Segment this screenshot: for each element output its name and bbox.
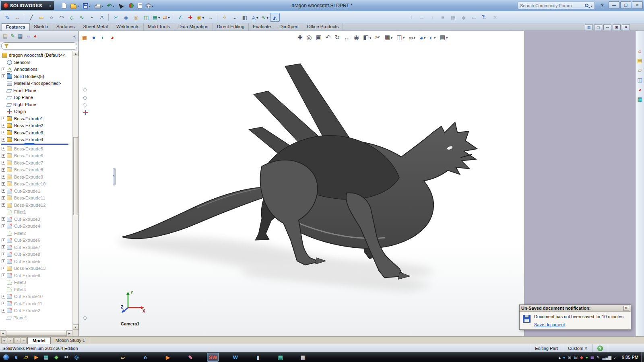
feature-tree-item[interactable]: Boss-Extrude8	[0, 167, 72, 174]
scrollbar-thumb[interactable]	[6, 331, 66, 336]
view-palette-icon[interactable]: ◫	[637, 77, 642, 83]
curves-icon[interactable]: ∿	[260, 13, 270, 22]
security-icon[interactable]: ◆	[53, 354, 60, 361]
tree-vertical-scrollbar[interactable]	[72, 51, 78, 330]
media-app[interactable]: ▶	[162, 353, 174, 362]
open-document-icon[interactable]	[69, 1, 80, 10]
rapid-sketch-icon[interactable]: →	[206, 13, 215, 22]
feature-tree-item[interactable]: Boss-Extrude3	[0, 129, 72, 136]
expand-icon[interactable]	[2, 253, 5, 256]
feature-tree-item[interactable]: Boss-Extrude12	[0, 202, 72, 209]
feature-tree-item[interactable]: Fillet1	[0, 209, 72, 216]
expand-icon[interactable]	[2, 189, 5, 193]
terminal-app[interactable]: ▮	[252, 353, 264, 362]
magnify-icon[interactable]: ◉	[353, 33, 360, 42]
image-editor-app[interactable]: ✎	[184, 353, 196, 362]
expand-icon[interactable]	[2, 239, 5, 242]
command-tab[interactable]: Evaluate	[249, 23, 275, 31]
spline-icon[interactable]: ∿	[77, 13, 87, 22]
texture-icon[interactable]: ▩	[80, 33, 89, 41]
expand-icon[interactable]	[2, 302, 5, 305]
appearances-scenes-icon[interactable]: ◕	[638, 86, 642, 93]
feature-tree-item[interactable]: Right Plane	[0, 101, 72, 108]
expand-icon[interactable]	[2, 182, 5, 186]
print-icon[interactable]	[93, 1, 105, 10]
internet-browser-app[interactable]: e	[139, 353, 151, 362]
taskbar-clock[interactable]: 9:05 PM	[622, 352, 638, 362]
expand-icon[interactable]	[2, 309, 5, 313]
feature-tree-item[interactable]: Boss-Extrude1	[0, 115, 72, 122]
linear-sketch-pattern-icon[interactable]: ▦	[151, 13, 161, 22]
expand-icon[interactable]	[2, 124, 5, 128]
volume-tray-icon[interactable]: ♪	[614, 355, 616, 360]
doc-close-button[interactable]: ✕	[622, 24, 630, 30]
section-properties-icon[interactable]: ◧	[240, 13, 250, 22]
help-icon[interactable]: ?	[599, 2, 605, 8]
expand-icon[interactable]	[2, 203, 5, 207]
section-view-icon[interactable]: ◧	[362, 33, 372, 42]
zoom-to-fit-icon[interactable]: ◎	[305, 33, 313, 42]
save-document-link[interactable]: Save document	[534, 322, 565, 327]
options-icon[interactable]	[144, 1, 155, 10]
dimxpertmanager-tab-icon[interactable]: ↔	[26, 33, 31, 39]
command-tab[interactable]: Sketch	[30, 23, 52, 31]
feature-tree-item[interactable]: Cut-Extrude8	[0, 251, 72, 258]
circle-icon[interactable]: ○	[47, 13, 56, 22]
expand-icon[interactable]	[2, 196, 5, 200]
new-document-icon[interactable]	[60, 1, 68, 10]
prev-tab-button[interactable]: ‹	[8, 337, 14, 343]
command-tab[interactable]: Data Migration	[174, 23, 213, 31]
search-app-icon[interactable]: ◎	[73, 354, 80, 361]
line-icon[interactable]: ╱	[27, 13, 36, 22]
feature-tree-item[interactable]: Cut-Extrude10	[0, 293, 72, 300]
custom-properties-icon[interactable]: ▦	[637, 96, 642, 102]
file-explorer-app[interactable]: ▱	[117, 353, 129, 362]
display-tray-icon[interactable]: ▤	[574, 355, 577, 360]
propertymanager-tab-icon[interactable]: ✎	[10, 33, 15, 39]
appearance-sphere-icon[interactable]: ●	[90, 33, 98, 41]
command-tab[interactable]: Features	[2, 23, 30, 31]
command-tab[interactable]: Surfaces	[52, 23, 79, 31]
tree-root-item[interactable]: dragon woodcraft (Default<<	[0, 51, 72, 59]
smart-dimension-icon[interactable]: ↔	[12, 13, 22, 22]
scroll-right-button[interactable]	[66, 330, 72, 336]
sheet-tab[interactable]: Model	[27, 337, 51, 344]
notification-close-icon[interactable]: ✕	[623, 306, 629, 311]
collapse-panel-icon[interactable]: «	[73, 34, 76, 39]
show-hidden-icons[interactable]: ▴	[559, 355, 561, 360]
feature-tree-item[interactable]: Boss-Extrude7	[0, 159, 72, 167]
scroll-left-button[interactable]	[0, 330, 6, 336]
feature-tree-item[interactable]: Sensors	[0, 59, 72, 66]
point-icon[interactable]: •	[87, 13, 97, 22]
feature-tree-item[interactable]: Boss-Extrude2	[0, 122, 72, 130]
mirror-entities-icon[interactable]: ◫	[141, 13, 151, 22]
feature-tree-item[interactable]: Cut-Extrude9	[0, 272, 72, 279]
edit-appearance-icon[interactable]: ◕	[418, 33, 427, 42]
expand-icon[interactable]	[2, 147, 5, 150]
start-button-icon[interactable]	[2, 354, 10, 361]
next-tab-button[interactable]: ›	[14, 337, 20, 343]
feature-tree-item[interactable]: Cut-Extrude4	[0, 223, 72, 230]
text-icon[interactable]: A	[97, 13, 107, 22]
search-input[interactable]	[520, 3, 583, 8]
zoom-to-area-icon[interactable]: ▣	[315, 33, 323, 42]
polygon-icon[interactable]: ◇	[67, 13, 76, 22]
show-desktop-button[interactable]	[641, 352, 644, 362]
update-tray-icon[interactable]: ●	[586, 355, 588, 360]
feature-tree-item[interactable]: Fillet2	[0, 230, 72, 237]
toolbar-icon[interactable]	[108, 14, 109, 21]
save-icon[interactable]	[81, 1, 92, 10]
network-tray-icon[interactable]: ▂▄▆	[603, 355, 611, 360]
calculator-app[interactable]: ▦	[297, 353, 309, 362]
feature-tree-item[interactable]: Cut-Extrude5	[0, 258, 72, 265]
trim-entities-icon[interactable]: ✂	[111, 13, 121, 22]
pen-tray-icon[interactable]: ✎	[597, 355, 600, 360]
feature-tree-item[interactable]: Plane1	[0, 314, 72, 321]
control-panel-icon[interactable]: ▤	[43, 354, 50, 361]
toolbar-icon[interactable]	[24, 14, 25, 21]
expand-icon[interactable]	[2, 274, 5, 277]
explorer-icon[interactable]: ▱	[23, 354, 30, 361]
displaymanager-tab-icon[interactable]: ◕	[34, 33, 37, 39]
expand-icon[interactable]	[2, 131, 5, 134]
design-library-icon[interactable]: ▤	[637, 58, 642, 64]
